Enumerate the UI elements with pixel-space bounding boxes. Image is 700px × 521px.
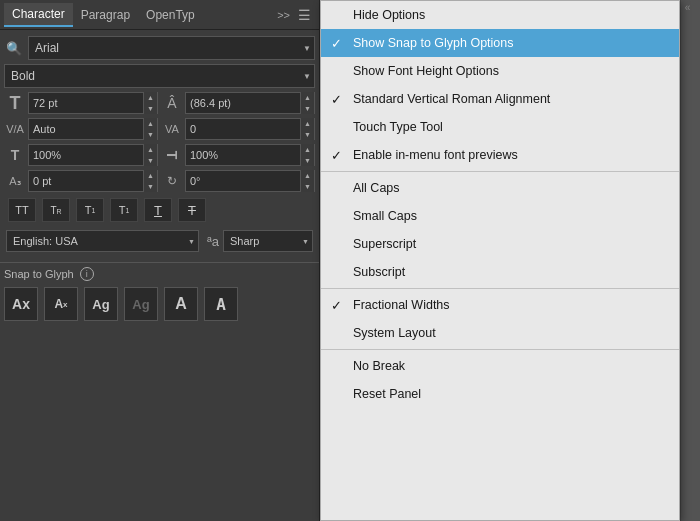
tracking-up[interactable]: ▲	[300, 118, 314, 129]
rotation-group: ↻ ▲ ▼	[161, 170, 315, 192]
language-select[interactable]: English: USA	[6, 230, 199, 252]
subscript-button[interactable]: T1	[110, 198, 138, 222]
underline-button[interactable]: T	[144, 198, 172, 222]
font-style-row: Bold	[4, 64, 315, 88]
menu-item-label: System Layout	[353, 326, 436, 340]
typography-buttons-row: TT Tr T1 T1 T T	[4, 196, 315, 224]
tab-opentype[interactable]: OpenTyp	[138, 4, 203, 26]
baseline-spinners: ▲ ▼	[143, 170, 157, 192]
info-icon[interactable]: i	[80, 267, 94, 281]
rotation-up[interactable]: ▲	[300, 170, 314, 181]
vscale-icon: T	[164, 144, 180, 166]
baseline-group: A₃ ▲ ▼	[4, 170, 158, 192]
collapse-icon[interactable]: «	[685, 2, 691, 13]
menu-item-no-break[interactable]: No Break	[321, 352, 679, 380]
menu-items: Hide Options✓Show Snap to Glyph OptionsS…	[321, 1, 679, 408]
vscale-spinners: ▲ ▼	[300, 144, 314, 166]
small-caps-button[interactable]: Tr	[42, 198, 70, 222]
menu-item-system-layout[interactable]: System Layout	[321, 319, 679, 347]
antialiasing-select[interactable]: Sharp	[223, 230, 313, 252]
checkmark-icon: ✓	[331, 148, 342, 163]
leading-input-wrapper: ▲ ▼	[185, 92, 315, 114]
leading-up[interactable]: ▲	[300, 92, 314, 103]
font-size-spinners: ▲ ▼	[143, 92, 157, 114]
tracking-down[interactable]: ▼	[300, 129, 314, 140]
vscale-input[interactable]	[186, 149, 300, 161]
menu-item-show-snap-to-glyph-options[interactable]: ✓Show Snap to Glyph Options	[321, 29, 679, 57]
all-caps-button[interactable]: TT	[8, 198, 36, 222]
menu-item-label: No Break	[353, 359, 405, 373]
baseline-rotation-row: A₃ ▲ ▼ ↻ ▲ ▼	[4, 170, 315, 192]
hscale-up[interactable]: ▲	[143, 144, 157, 155]
leading-group: Â ▲ ▼	[161, 92, 315, 114]
baseline-input-wrapper: ▲ ▼	[28, 170, 158, 192]
menu-item-all-caps[interactable]: All Caps	[321, 174, 679, 202]
menu-item-superscript[interactable]: Superscript	[321, 230, 679, 258]
kerning-up[interactable]: ▲	[143, 118, 157, 129]
tracking-group: VA ▲ ▼	[161, 118, 315, 140]
leading-down[interactable]: ▼	[300, 103, 314, 114]
hscale-group: T ▲ ▼	[4, 144, 158, 166]
hscale-input-wrapper: ▲ ▼	[28, 144, 158, 166]
font-size-input[interactable]	[29, 97, 143, 109]
checkmark-icon: ✓	[331, 92, 342, 107]
panel-menu-icon[interactable]: ☰	[294, 7, 315, 23]
font-family-select[interactable]: Arial	[28, 36, 315, 60]
language-wrapper: English: USA	[6, 230, 199, 252]
menu-item-small-caps[interactable]: Small Caps	[321, 202, 679, 230]
right-spacer: «	[680, 0, 694, 521]
hscale-input[interactable]	[29, 149, 143, 161]
hscale-down[interactable]: ▼	[143, 155, 157, 166]
snap-btn-ag-dim[interactable]: Ag	[124, 287, 158, 321]
search-icon: 🔍	[4, 41, 24, 56]
baseline-down[interactable]: ▼	[143, 181, 157, 192]
menu-item-subscript[interactable]: Subscript	[321, 258, 679, 286]
menu-item-reset-panel[interactable]: Reset Panel	[321, 380, 679, 408]
font-size-icon: T	[4, 93, 26, 114]
menu-item-touch-type-tool[interactable]: Touch Type Tool	[321, 113, 679, 141]
snap-btn-ax-sub[interactable]: Ax	[44, 287, 78, 321]
menu-item-enable-in-menu-font-previews[interactable]: ✓Enable in-menu font previews	[321, 141, 679, 169]
snap-to-glyph-section: Snap to Glyph i Ax Ax Ag Ag A A	[0, 262, 319, 325]
vscale-down[interactable]: ▼	[300, 155, 314, 166]
tracking-input[interactable]	[186, 123, 300, 135]
strikethrough-button[interactable]: T	[178, 198, 206, 222]
vscale-up[interactable]: ▲	[300, 144, 314, 155]
menu-item-label: Subscript	[353, 265, 405, 279]
menu-item-hide-options[interactable]: Hide Options	[321, 1, 679, 29]
snap-btn-ag-boxed[interactable]: Ag	[84, 287, 118, 321]
size-leading-row: T ▲ ▼ Â ▲ ▼	[4, 92, 315, 114]
tab-character[interactable]: Character	[4, 3, 73, 27]
rotation-spinners: ▲ ▼	[300, 170, 314, 192]
hscale-spinners: ▲ ▼	[143, 144, 157, 166]
menu-item-standard-vertical-roman-alignment[interactable]: ✓Standard Vertical Roman Alignment	[321, 85, 679, 113]
font-size-up[interactable]: ▲	[143, 92, 157, 103]
superscript-button[interactable]: T1	[76, 198, 104, 222]
baseline-icon: A₃	[4, 175, 26, 188]
menu-item-fractional-widths[interactable]: ✓Fractional Widths	[321, 291, 679, 319]
kerning-icon: V/A	[4, 123, 26, 135]
tabs-overflow-arrow[interactable]: >>	[273, 9, 294, 21]
font-size-down[interactable]: ▼	[143, 103, 157, 114]
font-style-select[interactable]: Bold	[4, 64, 315, 88]
snap-btn-a-mono[interactable]: A	[204, 287, 238, 321]
tracking-icon: VA	[161, 123, 183, 135]
kerning-down[interactable]: ▼	[143, 129, 157, 140]
menu-item-label: Touch Type Tool	[353, 120, 443, 134]
baseline-input[interactable]	[29, 175, 143, 187]
rotation-input[interactable]	[186, 175, 300, 187]
rotation-icon: ↻	[161, 174, 183, 188]
baseline-up[interactable]: ▲	[143, 170, 157, 181]
snap-btn-ax-normal[interactable]: Ax	[4, 287, 38, 321]
kerning-tracking-row: V/A ▲ ▼ VA ▲ ▼	[4, 118, 315, 140]
vscale-input-wrapper: ▲ ▼	[185, 144, 315, 166]
font-style-wrapper: Bold	[4, 64, 315, 88]
rotation-down[interactable]: ▼	[300, 181, 314, 192]
kerning-input[interactable]	[29, 123, 143, 135]
snap-btn-a-large[interactable]: A	[164, 287, 198, 321]
font-family-wrapper: Arial	[28, 36, 315, 60]
leading-input[interactable]	[186, 97, 300, 109]
leading-spinners: ▲ ▼	[300, 92, 314, 114]
menu-item-show-font-height-options[interactable]: Show Font Height Options	[321, 57, 679, 85]
tab-paragraph[interactable]: Paragrap	[73, 4, 138, 26]
